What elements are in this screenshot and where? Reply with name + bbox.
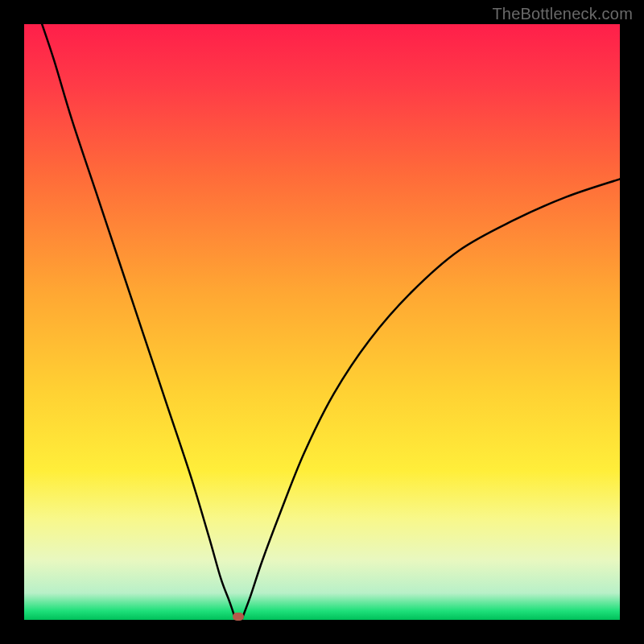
- plot-area: [24, 24, 620, 620]
- chart-frame: TheBottleneck.com: [0, 0, 644, 644]
- bottleneck-marker: [233, 613, 244, 621]
- watermark-text: TheBottleneck.com: [492, 5, 633, 23]
- gradient-background: [24, 24, 620, 620]
